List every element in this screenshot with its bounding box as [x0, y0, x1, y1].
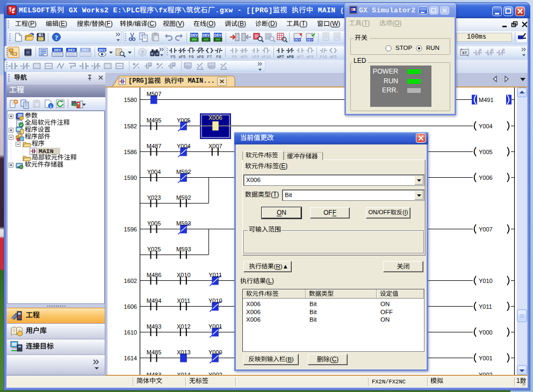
- svg-text:Y023: Y023: [147, 194, 161, 201]
- svg-text:Y000: Y000: [479, 329, 493, 336]
- svg-text:ON: ON: [380, 316, 390, 323]
- svg-text:M495: M495: [147, 117, 162, 124]
- svg-text:1606: 1606: [124, 303, 137, 310]
- svg-text:/: /: [90, 20, 92, 27]
- svg-text:sF6: sF6: [197, 54, 204, 59]
- svg-text:X007: X007: [208, 143, 222, 149]
- svg-text:cF10: cF10: [262, 54, 270, 59]
- svg-text:aF8: aF8: [307, 54, 314, 59]
- svg-text:MAIN...: MAIN...: [184, 77, 215, 85]
- svg-text:1580: 1580: [124, 97, 137, 103]
- svg-text:DEV: DEV: [184, 64, 191, 68]
- svg-text:O: O: [394, 19, 399, 27]
- svg-text:/: /: [265, 291, 267, 297]
- svg-text:Y001: Y001: [208, 323, 222, 330]
- svg-text:Y005: Y005: [147, 220, 161, 227]
- svg-text:Bit: Bit: [285, 191, 292, 198]
- svg-text:Y005: Y005: [479, 149, 493, 155]
- svg-text:E: E: [61, 20, 65, 27]
- svg-text:DEV: DEV: [54, 48, 61, 52]
- svg-text:X010: X010: [177, 272, 191, 278]
- svg-text:DEV: DEV: [99, 48, 105, 52]
- svg-text:): ): [285, 162, 287, 170]
- svg-text:M494: M494: [147, 297, 162, 304]
- svg-text:F10: F10: [320, 54, 327, 59]
- svg-text:Bit: Bit: [309, 316, 317, 323]
- svg-text:Y000: Y000: [208, 349, 222, 355]
- svg-text:R: R: [276, 263, 280, 270]
- svg-text:): ): [272, 277, 274, 285]
- svg-text:X006: X006: [208, 114, 222, 121]
- svg-text:): ): [277, 191, 279, 198]
- svg-text:X006: X006: [246, 301, 261, 307]
- svg-text:Y007: Y007: [479, 226, 493, 233]
- svg-text:RUN: RUN: [426, 45, 440, 51]
- svg-text:GX Works2 E:\PLC: GX Works2 E:\PLC: [64, 6, 140, 14]
- svg-text:?: ?: [141, 49, 144, 56]
- svg-text:B: B: [240, 20, 244, 27]
- svg-text:1610: 1610: [124, 329, 137, 336]
- svg-text:RUN: RUN: [384, 77, 398, 84]
- svg-text:): ): [336, 355, 338, 363]
- svg-text:sF7: sF7: [277, 54, 284, 59]
- svg-text:X006: X006: [246, 308, 261, 315]
- svg-text:): ): [368, 19, 370, 27]
- svg-text:ERR.: ERR.: [382, 86, 398, 94]
- svg-text:M592: M592: [176, 194, 191, 201]
- svg-text:100ms: 100ms: [467, 33, 486, 41]
- svg-text:/: /: [133, 20, 135, 27]
- svg-text:M593: M593: [176, 220, 191, 227]
- svg-text:V: V: [178, 20, 182, 27]
- svg-text:[PRG]: [PRG]: [128, 77, 148, 85]
- svg-text:Y004: Y004: [177, 143, 191, 149]
- svg-text:Bit: Bit: [309, 301, 317, 307]
- svg-text:Y025: Y025: [147, 246, 161, 252]
- svg-text:Y011: Y011: [208, 272, 222, 278]
- svg-text:1602: 1602: [124, 278, 137, 284]
- svg-text:aF7: aF7: [297, 54, 304, 59]
- svg-text:F5: F5: [171, 54, 176, 59]
- svg-text:Y005: Y005: [177, 117, 191, 124]
- svg-text:/: /: [264, 162, 266, 170]
- svg-text:F: F: [106, 20, 110, 27]
- svg-text:): ): [182, 20, 184, 27]
- svg-text:X006: X006: [246, 316, 261, 323]
- svg-text:FX2N/FX2NC: FX2N/FX2NC: [372, 379, 406, 385]
- svg-text:LED: LED: [354, 57, 366, 64]
- svg-text:GX Simulator2: GX Simulator2: [359, 6, 415, 14]
- svg-text:M507: M507: [147, 91, 162, 97]
- svg-text:sF9: sF9: [241, 54, 248, 59]
- svg-text:\fx: \fx: [154, 6, 168, 14]
- svg-text:F6: F6: [189, 54, 194, 59]
- svg-text:OF: OF: [323, 209, 333, 216]
- svg-text:M593: M593: [176, 246, 191, 252]
- svg-text:X011: X011: [177, 297, 190, 304]
- svg-text:Y010: Y010: [479, 278, 493, 284]
- svg-text:): ): [213, 20, 215, 27]
- svg-text:POWER: POWER: [373, 68, 398, 75]
- svg-text:): ): [111, 20, 113, 27]
- svg-text:DEV: DEV: [208, 64, 214, 68]
- svg-text:Y004: Y004: [147, 169, 161, 175]
- svg-text:): ): [244, 20, 246, 27]
- svg-text:): ): [338, 20, 340, 27]
- svg-text:C: C: [149, 20, 154, 27]
- svg-text:F8: F8: [217, 54, 221, 59]
- svg-text:DEV: DEV: [82, 48, 89, 52]
- svg-text:DEV: DEV: [214, 33, 222, 37]
- svg-text:1596: 1596: [124, 226, 137, 233]
- svg-text:Bit: Bit: [309, 308, 317, 315]
- svg-text:MELSOFT: MELSOFT: [19, 6, 50, 14]
- svg-text:ST: ST: [462, 51, 467, 55]
- svg-text:?: ?: [55, 34, 58, 41]
- svg-text:Y010: Y010: [208, 297, 222, 304]
- svg-text:M487: M487: [147, 143, 162, 149]
- svg-text:/: /: [264, 152, 266, 158]
- svg-text:M493: M493: [147, 323, 162, 330]
- svg-text:): ): [292, 356, 294, 362]
- svg-text:M485: M485: [147, 349, 162, 355]
- svg-text:O: O: [277, 209, 282, 216]
- svg-text:F: F: [333, 209, 336, 216]
- svg-text:ON: ON: [380, 301, 390, 307]
- svg-text:): ): [34, 20, 37, 27]
